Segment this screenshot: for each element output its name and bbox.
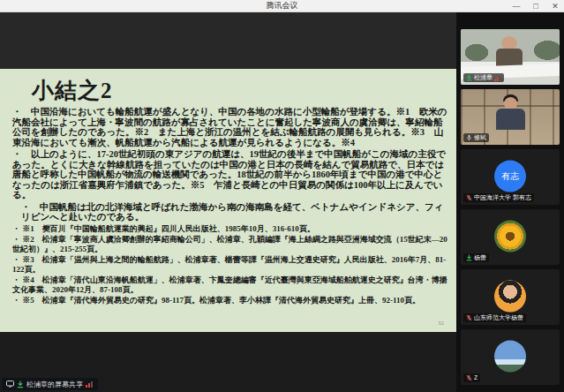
participant-tile-yanglei[interactable]: 杨蕾 — [461, 209, 560, 265]
green-download-arrow-icon — [17, 381, 24, 388]
participant-name-pill: 修斌 — [463, 133, 489, 142]
slide-bullet-3: 中国帆船は北の北洋海域と呼ばれた渤海から南の海南島を経て、ベトナムやインドネシア… — [21, 202, 449, 222]
participant-tile-matsuura[interactable]: 松浦章 — [461, 29, 560, 85]
participant-avatar: 有志 — [494, 160, 526, 192]
participant-avatar-sunflower-photo — [494, 220, 526, 252]
presentation-slide: 小結之2 中国沿海においても輪船航運が盛んとなり、中国の各地の水路に小型輪船が登… — [0, 69, 456, 332]
slide-footnote-3: ※3 松浦章「温州與上海之間的輪船航路」、松浦章著、楊蕾等譯『温州海上交通史研究… — [12, 255, 449, 274]
screen-share-status-banner[interactable]: 松浦章的屏幕共享 — [2, 378, 98, 390]
participant-avatar-sky-photo — [494, 340, 526, 372]
minimize-button[interactable]: — — [511, 0, 522, 12]
participant-name: 杨蕾 — [474, 254, 486, 261]
window-controls: — □ ✕ — [511, 0, 560, 12]
participant-avatar-portrait-illustration — [494, 280, 526, 312]
participant-name: 山东师范大学杨蕾 — [474, 314, 523, 321]
participant-name: 中国海洋大学 郭有志 — [474, 194, 531, 201]
participant-tile-shandong-normal[interactable]: 山东师范大学杨蕾 — [461, 269, 560, 325]
participant-tile-guoyouzhi[interactable]: 有志 中国海洋大学 郭有志 — [461, 149, 560, 205]
screen-share-label: 松浦章的屏幕共享 — [26, 380, 83, 389]
participant-name-pill: 山东师范大学杨蕾 — [463, 313, 526, 322]
signal-bars-red-icon — [86, 381, 94, 388]
slide-bullet-1: 中国沿海においても輪船航運が盛んとなり、中国の各地の水路に小型輪船が登場する。※… — [12, 107, 449, 147]
slide-footnote-4: ※4 松浦章「清代山東沿海帆船航運」、松浦章著、卞鳳奎總編審『近代臺灣與東亞海域… — [12, 275, 449, 294]
participant-tile-z[interactable]: Z — [461, 329, 560, 385]
window-titlebar: 腾讯会议 — □ ✕ — [0, 0, 564, 12]
mic-on-icon — [466, 134, 472, 141]
participant-name-pill: 中国海洋大学 郭有志 — [463, 193, 534, 202]
slide-page-number: 32 — [438, 320, 444, 327]
green-audio-arrow-icon — [466, 254, 472, 261]
window-title: 腾讯会议 — [267, 0, 298, 11]
participant-name-pill: 松浦章 — [463, 73, 504, 82]
close-button[interactable]: ✕ — [550, 0, 560, 12]
mic-muted-red-icon — [466, 374, 472, 381]
green-audio-arrow-icon — [466, 74, 472, 81]
participant-name: 修斌 — [474, 134, 486, 141]
slide-footnote-1: ※1 樊百川『中国輪船航運業的興起』四川人民出版社、1985年10月、316-6… — [12, 224, 449, 234]
participant-tile-xiubin[interactable]: 修斌 — [461, 89, 560, 145]
slide-footnote-2: ※2 松浦章「寧波商人虞洽卿創辦的寧紹商輪公司」、松浦章、孔穎編譯『海上絲綢之路… — [12, 235, 449, 253]
participant-name-pill: 杨蕾 — [463, 253, 489, 262]
participant-name: Z — [474, 374, 478, 381]
participant-name-pill: Z — [463, 373, 480, 382]
maximize-button[interactable]: □ — [530, 0, 541, 12]
participant-name: 松浦章 — [474, 74, 493, 81]
slide-title: 小結之2 — [32, 76, 449, 105]
meeting-main-area: 小結之2 中国沿海においても輪船航運が盛んとなり、中国の各地の水路に小型輪船が登… — [0, 12, 564, 392]
mic-muted-red-icon — [466, 314, 472, 321]
screen-share-icon — [6, 381, 14, 388]
slide-footnote-5: ※5 松浦章『清代海外貿易史の研究』98-117頁。松浦章著、李小林譯『清代海外… — [12, 296, 449, 305]
signal-bars-red-icon — [494, 75, 501, 81]
participants-sidebar: 松浦章 修斌 有志 — [456, 12, 564, 392]
screen-share-region: 小結之2 中国沿海においても輪船航運が盛んとなり、中国の各地の水路に小型輪船が登… — [0, 12, 456, 392]
mic-muted-red-icon — [466, 194, 472, 201]
slide-bullet-2: 以上のように、17-20世紀初頭の東アジアの航運は、19世紀の後半まで中国帆船が… — [12, 149, 449, 200]
